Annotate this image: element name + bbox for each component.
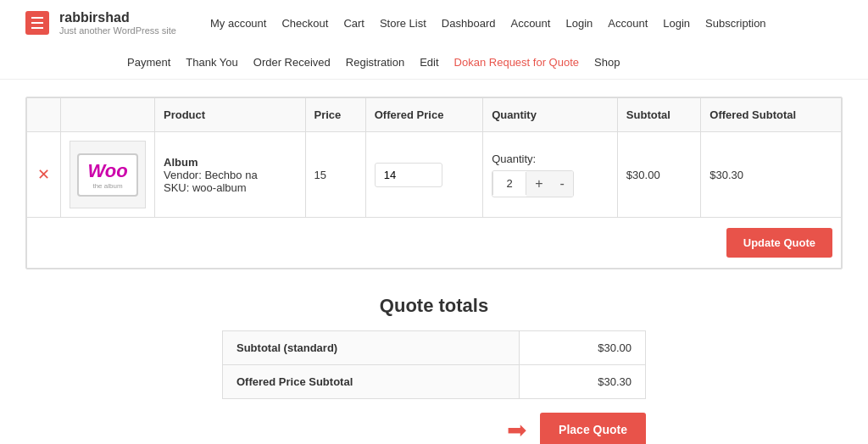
nav-shop[interactable]: Shop bbox=[594, 56, 620, 69]
nav-my-account[interactable]: My account bbox=[210, 17, 266, 30]
main-content: Product Price Offered Price Quantity Sub… bbox=[0, 80, 868, 444]
nav-account-1[interactable]: Account bbox=[510, 17, 550, 30]
nav-dokan-request[interactable]: Dokan Request for Quote bbox=[454, 56, 579, 69]
nav-account-2[interactable]: Account bbox=[608, 17, 648, 30]
totals-table: Subtotal (standard) $30.00 Offered Price… bbox=[222, 330, 646, 399]
subtotal-standard-label: Subtotal (standard) bbox=[223, 331, 520, 365]
table-row: ✕ Woo the album Album Vendor: B bbox=[27, 132, 842, 218]
nav-login-2[interactable]: Login bbox=[663, 17, 690, 30]
th-quantity: Quantity bbox=[483, 98, 618, 132]
nav-payment[interactable]: Payment bbox=[127, 56, 170, 69]
quote-table-wrapper: Product Price Offered Price Quantity Sub… bbox=[25, 97, 843, 269]
quote-totals-title: Quote totals bbox=[222, 295, 646, 317]
remove-cell: ✕ bbox=[27, 132, 61, 218]
nav-edit[interactable]: Edit bbox=[420, 56, 438, 69]
sku-value: woo-album bbox=[192, 181, 247, 194]
product-image: Woo the album bbox=[70, 141, 146, 208]
quantity-label: Quantity: bbox=[492, 153, 609, 165]
th-offered-subtotal: Offered Subtotal bbox=[701, 98, 842, 132]
woo-text: Woo bbox=[87, 160, 127, 182]
quantity-cell: Quantity: 2 + - bbox=[483, 132, 618, 218]
table-body: ✕ Woo the album Album Vendor: B bbox=[27, 132, 842, 218]
subtotal-value: $30.00 bbox=[626, 169, 660, 181]
offered-subtotal-total-value: $30.30 bbox=[519, 365, 645, 399]
nav-checkout[interactable]: Checkout bbox=[281, 17, 328, 30]
arrow-right-icon: ➡ bbox=[507, 416, 526, 444]
table-footer: Update Quote bbox=[26, 218, 842, 269]
vendor-label: Vendor: bbox=[164, 169, 202, 181]
table-header: Product Price Offered Price Quantity Sub… bbox=[27, 98, 842, 132]
sku-label: SKU: bbox=[164, 181, 189, 194]
quote-table: Product Price Offered Price Quantity Sub… bbox=[26, 97, 842, 218]
update-quote-button[interactable]: Update Quote bbox=[726, 228, 832, 258]
site-tagline: Just another WordPress site bbox=[59, 25, 176, 36]
site-name: rabbirshad bbox=[59, 10, 176, 25]
album-text: the album bbox=[87, 182, 127, 190]
nav-order-received[interactable]: Order Received bbox=[253, 56, 331, 69]
th-offered-price: Offered Price bbox=[365, 98, 482, 132]
th-image bbox=[61, 98, 155, 132]
price-value: 15 bbox=[314, 169, 326, 181]
image-cell: Woo the album bbox=[61, 132, 155, 218]
subtotal-cell: $30.00 bbox=[617, 132, 700, 218]
site-identity: rabbirshad Just another WordPress site bbox=[59, 10, 176, 36]
vendor-name: Bechbo na bbox=[204, 169, 257, 181]
offered-price-cell bbox=[365, 132, 482, 218]
product-cell: Album Vendor: Bechbo na SKU: woo-album bbox=[155, 132, 306, 218]
nav-login-1[interactable]: Login bbox=[565, 17, 593, 30]
offered-subtotal-value: $30.30 bbox=[709, 169, 743, 181]
totals-row-offered: Offered Price Subtotal $30.30 bbox=[223, 365, 646, 399]
nav-cart[interactable]: Cart bbox=[343, 17, 364, 30]
nav-registration[interactable]: Registration bbox=[346, 56, 404, 69]
site-header: rabbirshad Just another WordPress site M… bbox=[0, 0, 868, 80]
nav-store-list[interactable]: Store List bbox=[380, 17, 426, 30]
quantity-plus-button[interactable]: + bbox=[526, 171, 551, 197]
nav-thank-you[interactable]: Thank You bbox=[186, 56, 237, 69]
header-top: rabbirshad Just another WordPress site M… bbox=[25, 0, 843, 46]
totals-row-subtotal: Subtotal (standard) $30.00 bbox=[223, 331, 646, 365]
quantity-minus-button[interactable]: - bbox=[552, 171, 573, 197]
quantity-wrapper: Quantity: 2 + - bbox=[492, 153, 609, 197]
th-price: Price bbox=[305, 98, 365, 132]
place-quote-row: ➡ Place Quote bbox=[222, 413, 646, 444]
product-name: Album bbox=[164, 156, 198, 169]
price-cell: 15 bbox=[305, 132, 365, 218]
th-subtotal: Subtotal bbox=[617, 98, 700, 132]
nav-subscription[interactable]: Subscription bbox=[705, 17, 766, 30]
subtotal-standard-value: $30.00 bbox=[519, 331, 645, 365]
hamburger-menu[interactable] bbox=[25, 11, 49, 35]
quote-totals-section: Quote totals Subtotal (standard) $30.00 … bbox=[222, 295, 646, 444]
offered-subtotal-cell: $30.30 bbox=[701, 132, 842, 218]
place-quote-button[interactable]: Place Quote bbox=[540, 413, 646, 444]
top-navigation: My account Checkout Cart Store List Dash… bbox=[210, 17, 766, 30]
quantity-value: 2 bbox=[492, 172, 526, 195]
th-remove bbox=[27, 98, 61, 132]
offered-subtotal-label: Offered Price Subtotal bbox=[223, 365, 520, 399]
nav-dashboard[interactable]: Dashboard bbox=[442, 17, 496, 30]
quantity-controls: 2 + - bbox=[492, 170, 574, 197]
bottom-navigation: Payment Thank You Order Received Registr… bbox=[25, 46, 843, 79]
remove-button[interactable]: ✕ bbox=[37, 166, 50, 183]
woo-badge: Woo the album bbox=[77, 153, 137, 197]
logo-area: rabbirshad Just another WordPress site bbox=[25, 10, 176, 36]
offered-price-input[interactable] bbox=[375, 163, 442, 187]
th-product: Product bbox=[155, 98, 306, 132]
